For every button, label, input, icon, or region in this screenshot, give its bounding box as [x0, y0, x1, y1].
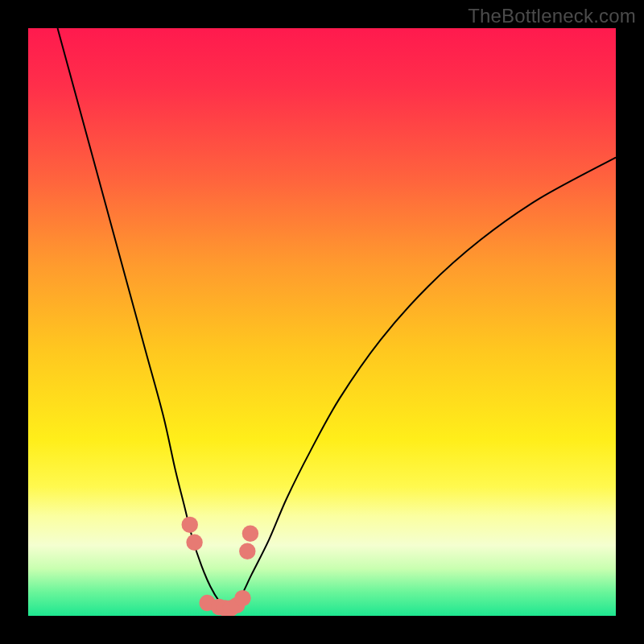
chart-svg [28, 28, 616, 616]
data-point [182, 517, 198, 533]
chart-plot-area [28, 28, 616, 616]
data-point [239, 543, 255, 559]
outer-frame: TheBottleneck.com [0, 0, 644, 644]
watermark-text: TheBottleneck.com [468, 5, 636, 27]
data-point [234, 590, 250, 606]
data-point [242, 526, 258, 542]
data-point [186, 535, 202, 551]
gradient-background [28, 28, 616, 616]
